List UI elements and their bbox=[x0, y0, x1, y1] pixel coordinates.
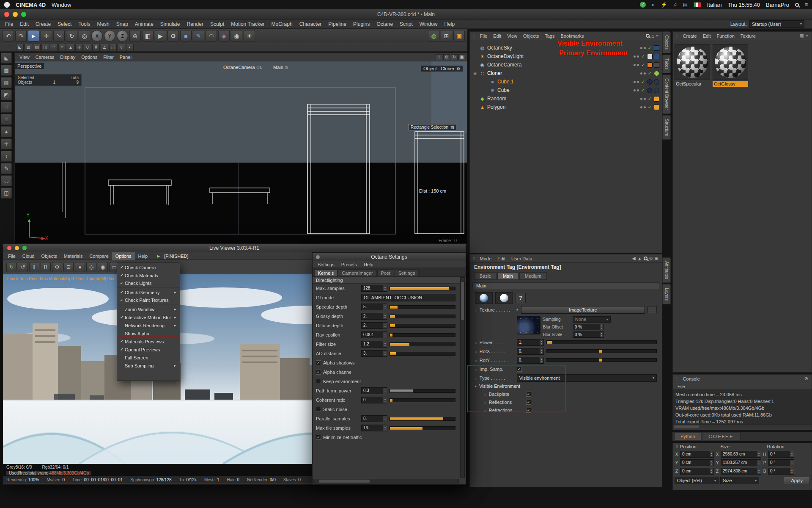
dock-tab[interactable]: Attributes bbox=[662, 257, 671, 283]
convert-object-icon[interactable]: ◣ bbox=[1, 52, 12, 64]
live-viewer-menu-item[interactable]: Help bbox=[135, 252, 151, 260]
attribute-tab[interactable]: Main bbox=[497, 272, 518, 280]
rotation-input[interactable]: 0 ° bbox=[768, 451, 794, 458]
maximize-view-icon[interactable]: ▣ bbox=[458, 54, 465, 60]
main-menu-item[interactable]: Octane bbox=[373, 20, 396, 28]
attribute-tab[interactable]: Basic bbox=[474, 272, 497, 280]
keyframe-dot-icon[interactable] bbox=[484, 391, 486, 397]
octane-tab[interactable]: Settings bbox=[395, 269, 419, 276]
render-settings-icon[interactable]: ⚙ bbox=[52, 262, 62, 272]
reset-button[interactable]: R bbox=[41, 262, 51, 272]
coherent-ratio-slider[interactable] bbox=[390, 398, 455, 402]
blur-offset-input[interactable]: 0 % bbox=[573, 324, 604, 330]
options-menu-item[interactable]: Full Screen bbox=[117, 353, 180, 362]
texture-mode-icon[interactable]: ▨ bbox=[33, 44, 41, 51]
environment-type-select[interactable]: Visible environment▾ bbox=[517, 374, 657, 382]
object-axis-icon[interactable]: ✛ bbox=[1, 138, 12, 149]
dock-tab[interactable]: Objects bbox=[662, 31, 671, 53]
diffuse-depth-slider[interactable] bbox=[390, 324, 455, 328]
undo-icon[interactable]: ↶ bbox=[3, 30, 14, 41]
texture-more-button[interactable]: ... bbox=[647, 306, 657, 313]
main-menu-item[interactable]: Script bbox=[396, 20, 416, 28]
mirror-tool-icon[interactable]: ◫ bbox=[1, 188, 12, 199]
keyframe-dot-icon[interactable] bbox=[475, 307, 477, 313]
options-menu-item[interactable]: Check Camera bbox=[117, 263, 180, 271]
main-menu-item[interactable]: Edit bbox=[16, 20, 32, 28]
viewport-menu-item[interactable]: Panel bbox=[117, 54, 134, 61]
main-menu-item[interactable]: Help bbox=[441, 20, 458, 28]
parallel-samples-input[interactable]: 8. bbox=[361, 415, 387, 422]
path-term-power-input[interactable]: 0.3 bbox=[361, 387, 387, 394]
options-menu-item[interactable]: Materials Previews bbox=[117, 337, 180, 345]
object-manager-menu-item[interactable]: Edit bbox=[490, 33, 504, 39]
imagetexture-button[interactable]: ImageTexture bbox=[521, 306, 645, 314]
zoom-view-icon[interactable]: ⊕ bbox=[443, 54, 450, 60]
main-menu-item[interactable]: Tools bbox=[75, 20, 93, 28]
enabled-check-icon[interactable] bbox=[647, 45, 653, 51]
zoom-window-button[interactable] bbox=[21, 12, 26, 17]
sun-tag-icon[interactable] bbox=[647, 54, 653, 59]
keyboard-icon[interactable]: ▤ bbox=[683, 2, 687, 8]
enabled-check-icon[interactable] bbox=[647, 70, 653, 76]
material-octspecular[interactable]: OctSpecular bbox=[675, 44, 711, 87]
rotx-input[interactable]: 0. bbox=[517, 348, 544, 355]
pan-view-icon[interactable]: ✛ bbox=[436, 54, 442, 60]
material-tag-icon[interactable] bbox=[654, 88, 659, 93]
lock-z-axis-button[interactable]: Z bbox=[117, 30, 128, 41]
object-row-cloner[interactable]: ⊟∷ Cloner bbox=[470, 69, 662, 77]
enabled-check-icon[interactable] bbox=[647, 96, 653, 102]
enabled-check-icon[interactable] bbox=[640, 87, 646, 93]
kernel-type-header[interactable]: Directlighting bbox=[313, 277, 466, 284]
main-menu-item[interactable]: Select bbox=[54, 20, 75, 28]
size-input[interactable]: 1188.257 cm bbox=[721, 459, 761, 466]
menubar-clock[interactable]: Thu 15:55:40 bbox=[727, 2, 760, 8]
enabled-check-icon[interactable] bbox=[647, 104, 653, 110]
effector-tag-icon[interactable] bbox=[654, 96, 659, 102]
close-icon[interactable]: ⊗ bbox=[804, 376, 808, 381]
options-menu-item[interactable]: Interactive Motion Blur bbox=[117, 313, 180, 321]
live-viewer-menu-item[interactable]: Cloud bbox=[19, 252, 38, 260]
axis-mode-icon[interactable]: ✛ bbox=[75, 44, 83, 51]
points-tool-icon[interactable]: ∷ bbox=[1, 102, 12, 113]
input-language-label[interactable]: Italian bbox=[707, 2, 722, 8]
main-menu-item[interactable]: Motion Tracker bbox=[228, 20, 268, 28]
back-icon[interactable]: ◀ bbox=[632, 256, 635, 261]
spotlight-search-icon[interactable] bbox=[795, 3, 799, 7]
live-selection-icon[interactable]: ► bbox=[28, 30, 39, 41]
edges-mode-icon[interactable]: ≡ bbox=[58, 44, 66, 51]
pick-focus-icon[interactable]: ◎ bbox=[86, 262, 96, 272]
keyframe-dot-icon[interactable] bbox=[484, 399, 486, 405]
paint-tool-icon[interactable]: ✎ bbox=[1, 163, 12, 174]
new-panel-icon[interactable]: ⊞ bbox=[655, 256, 658, 261]
close-window-button[interactable] bbox=[4, 12, 9, 17]
add-deformer-icon[interactable]: ◈ bbox=[218, 30, 230, 41]
roty-input[interactable]: 0. bbox=[517, 357, 544, 364]
live-viewer-menu-item[interactable]: Materials bbox=[60, 252, 86, 260]
max-samples-slider[interactable] bbox=[390, 287, 455, 290]
help-button[interactable]: ? bbox=[516, 293, 526, 303]
texture-tool-icon[interactable]: ▧ bbox=[1, 77, 12, 88]
take-label[interactable]: Main ⊞ bbox=[273, 65, 288, 70]
enable-snap-icon[interactable]: ∪ bbox=[84, 44, 91, 51]
restart-render-icon[interactable]: ↻ bbox=[6, 262, 16, 272]
edges-tool-icon[interactable]: ≣ bbox=[1, 114, 12, 125]
size-input[interactable]: 2974.808 cm bbox=[721, 468, 761, 475]
dock-tab[interactable]: Content Browser bbox=[662, 75, 671, 113]
path-term-power-slider[interactable] bbox=[390, 389, 455, 393]
viewport-panel[interactable]: ViewCamerasDisplayOptionsFilterPanel ✛⊕↻… bbox=[14, 52, 467, 245]
keyframe-dot-icon[interactable] bbox=[484, 407, 486, 413]
panel-drag-handle[interactable] bbox=[675, 444, 680, 449]
texture-environment-button[interactable] bbox=[475, 292, 493, 304]
position-input[interactable]: 0 cm bbox=[680, 459, 714, 466]
camera-tag-label[interactable]: OctaneCamera ⊙↻ bbox=[223, 65, 263, 70]
scale-icon[interactable]: ⇲ bbox=[53, 30, 65, 41]
object-manager-menu-item[interactable]: View bbox=[504, 33, 520, 39]
filter-size-input[interactable]: 1.2 bbox=[361, 341, 387, 348]
enabled-check-icon[interactable] bbox=[640, 53, 646, 59]
main-menu-item[interactable]: Render bbox=[184, 20, 207, 28]
workplane-snap-icon[interactable]: ◊ bbox=[118, 44, 125, 51]
main-menu-item[interactable]: Mesh bbox=[93, 20, 112, 28]
live-viewer-menu-item[interactable]: File bbox=[5, 252, 19, 260]
points-mode-icon[interactable]: ∷ bbox=[50, 44, 58, 51]
attribute-menu-item[interactable]: User Data bbox=[508, 255, 535, 262]
